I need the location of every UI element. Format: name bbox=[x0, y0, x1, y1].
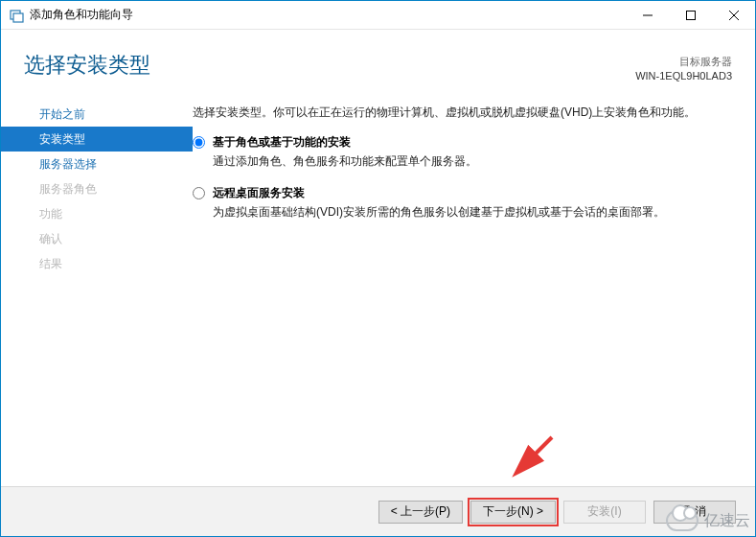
content: 选择安装类型。你可以在正在运行的物理计算机、虚拟机或脱机虚拟硬盘(VHD)上安装… bbox=[193, 94, 755, 486]
svg-rect-3 bbox=[686, 11, 695, 19]
wizard-window: 添加角色和功能向导 选择安装类型 目标服务器 WIN-1EQL9H0LAD3 bbox=[0, 0, 756, 537]
page-title: 选择安装类型 bbox=[24, 51, 635, 80]
option-role-based-radio[interactable] bbox=[193, 136, 205, 149]
window-controls bbox=[626, 1, 755, 29]
option-rds-radio[interactable] bbox=[193, 187, 205, 199]
step-installation-type[interactable]: 安装类型 bbox=[1, 127, 193, 152]
step-server-roles: 服务器角色 bbox=[1, 176, 193, 201]
option-role-based[interactable]: 基于角色或基于功能的安装 通过添加角色、角色服务和功能来配置单个服务器。 bbox=[193, 134, 728, 170]
maximize-button[interactable] bbox=[669, 1, 712, 29]
option-rds[interactable]: 远程桌面服务安装 为虚拟桌面基础结构(VDI)安装所需的角色服务以创建基于虚拟机… bbox=[193, 185, 728, 221]
instruction-text: 选择安装类型。你可以在正在运行的物理计算机、虚拟机或脱机虚拟硬盘(VHD)上安装… bbox=[193, 104, 728, 121]
install-button: 安装(I) bbox=[563, 501, 646, 524]
next-button[interactable]: 下一步(N) > bbox=[470, 501, 556, 524]
target-server-label: 目标服务器 bbox=[635, 55, 732, 69]
target-server-name: WIN-1EQL9H0LAD3 bbox=[635, 69, 732, 83]
header: 选择安装类型 目标服务器 WIN-1EQL9H0LAD3 bbox=[1, 30, 755, 94]
option-rds-title: 远程桌面服务安装 bbox=[213, 185, 728, 201]
sidebar: 开始之前 安装类型 服务器选择 服务器角色 功能 确认 结果 bbox=[1, 94, 193, 486]
step-before-you-begin[interactable]: 开始之前 bbox=[1, 102, 193, 127]
app-icon bbox=[9, 8, 24, 23]
close-button[interactable] bbox=[712, 1, 755, 29]
step-confirmation: 确认 bbox=[1, 226, 193, 251]
previous-button[interactable]: < 上一步(P) bbox=[378, 501, 463, 524]
footer: < 上一步(P) 下一步(N) > 安装(I) 取消 bbox=[1, 486, 755, 536]
window-title: 添加角色和功能向导 bbox=[30, 7, 626, 23]
option-role-based-title: 基于角色或基于功能的安装 bbox=[213, 134, 728, 151]
step-features: 功能 bbox=[1, 201, 193, 226]
step-results: 结果 bbox=[1, 251, 193, 276]
option-rds-desc: 为虚拟桌面基础结构(VDI)安装所需的角色服务以创建基于虚拟机或基于会话的桌面部… bbox=[213, 203, 728, 221]
svg-rect-1 bbox=[13, 13, 23, 22]
body: 开始之前 安装类型 服务器选择 服务器角色 功能 确认 结果 选择安装类型。你可… bbox=[1, 94, 755, 486]
minimize-button[interactable] bbox=[626, 1, 669, 29]
target-server-box: 目标服务器 WIN-1EQL9H0LAD3 bbox=[635, 51, 732, 84]
step-server-selection[interactable]: 服务器选择 bbox=[1, 152, 193, 176]
titlebar: 添加角色和功能向导 bbox=[1, 1, 755, 30]
option-role-based-desc: 通过添加角色、角色服务和功能来配置单个服务器。 bbox=[213, 152, 728, 170]
cancel-button[interactable]: 取消 bbox=[653, 501, 736, 524]
